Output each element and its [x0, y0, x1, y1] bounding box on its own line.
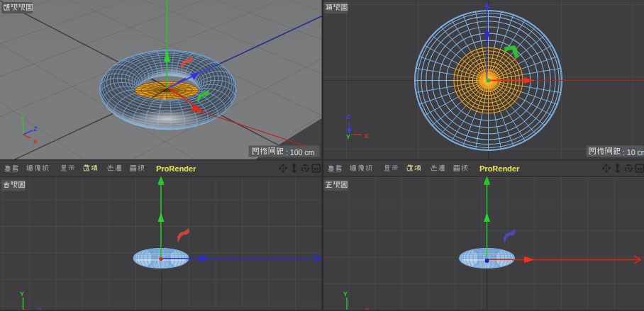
svg-text:: 10 cm: : 10 cm	[623, 148, 644, 157]
svg-text:ProRender: ProRender	[156, 164, 196, 173]
svg-text:Z: Z	[33, 125, 38, 132]
svg-text:: 100 cm: : 100 cm	[286, 148, 315, 157]
svg-text:Y: Y	[21, 115, 25, 122]
svg-text:ProRender: ProRender	[479, 164, 520, 173]
svg-text:X: X	[33, 138, 38, 145]
svg-text:X: X	[364, 132, 368, 140]
svg-text:Y: Y	[346, 133, 350, 140]
svg-text:Y: Y	[20, 290, 24, 298]
svg-text:Y: Y	[343, 290, 348, 298]
svg-text:Z: Z	[347, 113, 351, 120]
